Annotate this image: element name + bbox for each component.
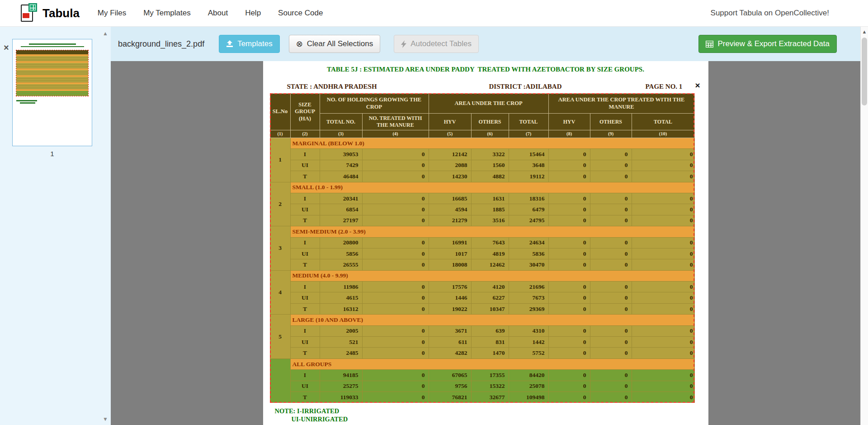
clear-selections-button[interactable]: ⊗ Clear All Selections — [289, 35, 381, 53]
sidebar-scroll-up-icon[interactable]: ▲ — [103, 30, 108, 37]
thumbnail-note-line — [20, 102, 35, 104]
table-icon — [706, 41, 713, 48]
remove-page-button[interactable]: × — [4, 43, 9, 52]
selection-box[interactable] — [270, 93, 694, 403]
nav-my-templates[interactable]: My Templates — [143, 9, 191, 18]
toolbar: background_lines_2.pdf Templates ⊗ Clear… — [111, 27, 860, 61]
window-scrollbar[interactable]: ▲ — [860, 27, 868, 425]
pdf-canvas: TABLE 5J : ESTIMATED AREA UNDER PADDY TR… — [111, 61, 860, 425]
table-area: SL.No SIZE GROUP (HA) NO. OF HOLDINGS GR… — [270, 93, 694, 403]
nav-about[interactable]: About — [208, 9, 228, 18]
brand-name: Tabula — [42, 6, 80, 20]
nav-source-code[interactable]: Source Code — [278, 9, 323, 18]
filename-label: background_lines_2.pdf — [118, 39, 204, 49]
autodetect-tables-button[interactable]: Autodetect Tables — [394, 35, 479, 53]
page-no-label: PAGE NO. 1 — [646, 83, 683, 91]
pdf-page: TABLE 5J : ESTIMATED AREA UNDER PADDY TR… — [263, 61, 708, 425]
main-panel: background_lines_2.pdf Templates ⊗ Clear… — [111, 27, 860, 425]
page-sidebar: ▲ × 1 ▼ — [0, 27, 111, 425]
nav-help[interactable]: Help — [245, 9, 261, 18]
scrollbar-thumb[interactable] — [862, 38, 867, 105]
document-title: TABLE 5J : ESTIMATED AREA UNDER PADDY TR… — [263, 66, 708, 73]
district-label: DISTRICT :ADILABAD — [489, 83, 562, 91]
scrollbar-up-icon[interactable]: ▲ — [861, 29, 868, 34]
preview-export-button[interactable]: Preview & Export Extracted Data — [698, 35, 837, 53]
thumbnail-row — [16, 95, 88, 96]
support-link[interactable]: Support Tabula on OpenCollective! — [711, 9, 829, 18]
document-notes: NOTE: I-IRRIGATED UI-UNIRRIGATED — [275, 407, 348, 423]
thumbnail-title-line — [29, 43, 76, 45]
sidebar-scroll-down-icon[interactable]: ▼ — [103, 416, 108, 422]
navbar: Tabula My Files My Templates About Help … — [0, 0, 868, 27]
remove-selection-button[interactable]: × — [695, 81, 700, 90]
nav-my-files[interactable]: My Files — [98, 9, 126, 18]
brand-home-link[interactable]: Tabula — [20, 3, 80, 23]
thumbnail-title-line — [21, 46, 84, 47]
state-label: STATE : ANDHRA PRADESH — [287, 83, 377, 91]
note-line: NOTE: I-IRRIGATED — [275, 407, 348, 415]
thumbnail-table — [16, 50, 89, 96]
document-meta: STATE : ANDHRA PRADESH DISTRICT :ADILABA… — [263, 83, 708, 92]
templates-button[interactable]: Templates — [219, 35, 279, 53]
thumbnail-table-rows — [16, 54, 88, 96]
templates-icon — [226, 40, 233, 48]
page-thumbnail[interactable] — [12, 39, 92, 146]
thumbnail-table-header — [16, 50, 88, 54]
thumbnail-page-number: 1 — [12, 150, 92, 158]
lightning-icon — [401, 40, 406, 48]
nav-links: My Files My Templates About Help Source … — [98, 9, 323, 18]
thumbnail-note-line — [16, 100, 37, 101]
tabula-logo-icon — [20, 3, 37, 23]
circle-x-icon: ⊗ — [296, 40, 303, 48]
note-line: UI-UNIRRIGATED — [292, 415, 348, 423]
